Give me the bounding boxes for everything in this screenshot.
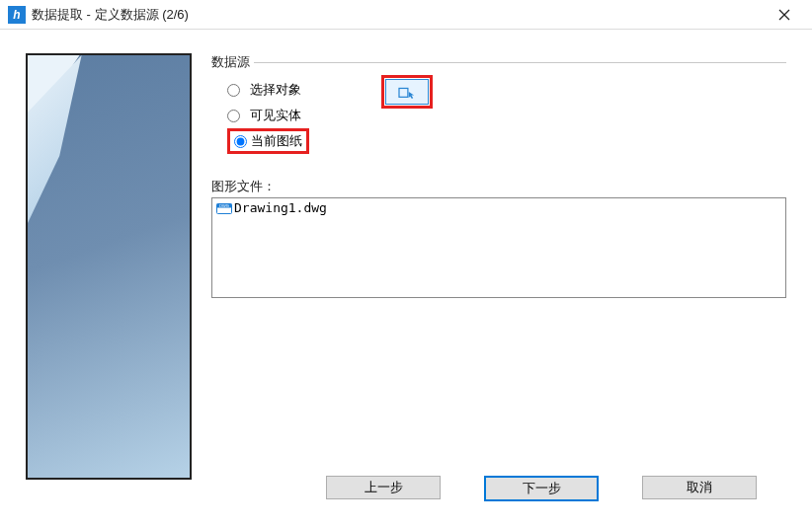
file-name: Drawing1.dwg (234, 200, 327, 215)
next-button[interactable]: 下一步 (484, 476, 599, 501)
app-icon: h (8, 6, 26, 24)
radio-current-drawing-highlight: 当前图纸 (227, 128, 309, 154)
radio-select-objects-label[interactable]: 选择对象 (250, 81, 301, 99)
close-icon (778, 9, 790, 21)
list-item[interactable]: DWG Drawing1.dwg (216, 200, 781, 215)
svg-text:DWG: DWG (219, 203, 229, 208)
select-objects-button[interactable] (385, 79, 429, 105)
data-source-legend: 数据源 (211, 53, 254, 71)
radio-current-drawing-input[interactable] (234, 135, 247, 148)
radio-select-objects-input[interactable] (227, 84, 240, 97)
select-objects-button-highlight (381, 75, 433, 109)
radio-visible-entities[interactable]: 可见实体 (227, 103, 786, 128)
right-pane: 数据源 选择对象 可见实体 当前图 (211, 53, 786, 503)
radio-current-drawing[interactable]: 当前图纸 (227, 128, 786, 154)
wizard-preview-image (26, 53, 192, 480)
drawing-files-label: 图形文件： (211, 178, 786, 195)
drawing-files-list[interactable]: DWG Drawing1.dwg (211, 197, 786, 298)
radio-visible-entities-label[interactable]: 可见实体 (250, 107, 301, 124)
back-button[interactable]: 上一步 (326, 476, 441, 499)
radio-select-objects[interactable]: 选择对象 (227, 77, 786, 103)
data-source-group: 数据源 选择对象 可见实体 当前图 (211, 53, 786, 168)
close-button[interactable] (765, 1, 804, 29)
wizard-button-row: 上一步 下一步 取消 (0, 476, 812, 501)
svg-rect-2 (399, 88, 408, 97)
cancel-button[interactable]: 取消 (642, 476, 757, 499)
dialog-content: 数据源 选择对象 可见实体 当前图 (0, 30, 812, 529)
radio-visible-entities-input[interactable] (227, 110, 240, 122)
window-title: 数据提取 - 定义数据源 (2/6) (32, 6, 189, 24)
dwg-file-icon: DWG (216, 201, 232, 215)
select-objects-icon (398, 84, 416, 100)
radio-current-drawing-label[interactable]: 当前图纸 (251, 132, 302, 150)
titlebar: h 数据提取 - 定义数据源 (2/6) (0, 0, 812, 30)
